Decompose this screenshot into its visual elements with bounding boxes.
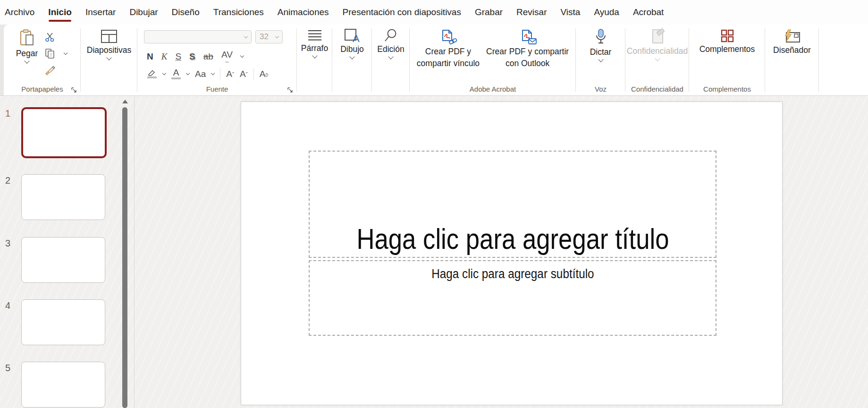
- menu-diseno[interactable]: Diseño: [172, 7, 200, 17]
- acrobat-buttons: Crear PDF y compartir vínculo Crear PDF: [410, 29, 576, 69]
- menu-revisar[interactable]: Revisar: [516, 7, 547, 17]
- italic-button[interactable]: K: [161, 52, 168, 61]
- workspace: 1 2 3 4 5: [0, 96, 868, 408]
- dictate-button[interactable]: Dictar: [576, 28, 625, 61]
- slide-number: 3: [5, 238, 10, 249]
- acrobat-group-label: Adobe Acrobat: [410, 85, 576, 93]
- change-case-button[interactable]: Aa: [195, 69, 206, 78]
- slide-thumbnail[interactable]: [21, 362, 105, 408]
- drawing-chevron-icon: [349, 54, 354, 59]
- group-dibujo: A Dibujo: [332, 25, 372, 95]
- menu-ayuda[interactable]: Ayuda: [594, 7, 619, 17]
- title-placeholder-text: Haga clic para agregar título: [356, 223, 669, 254]
- slide-number: 2: [5, 175, 10, 186]
- slide-thumbnail[interactable]: [21, 174, 105, 220]
- create-pdf-share-outlook-button[interactable]: Crear PDF y compartir con Outlook: [486, 29, 569, 69]
- slide-canvas[interactable]: Haga clic para agregar título Haga clic …: [241, 102, 783, 405]
- paragraph-lines-icon: [307, 29, 322, 42]
- new-slide-button[interactable]: Diapositivas: [81, 29, 137, 60]
- font-size-chevron-icon: [275, 34, 279, 38]
- grow-font-button[interactable]: Aˆ: [226, 69, 234, 78]
- font-size-combobox[interactable]: 32: [255, 30, 283, 43]
- menu-grabar[interactable]: Grabar: [475, 7, 503, 17]
- divider: [220, 68, 220, 79]
- slide-row-2: 2: [0, 174, 134, 221]
- ribbon: Pegar: [0, 25, 868, 96]
- slide-thumbnail-selected[interactable]: [21, 107, 107, 158]
- editing-button[interactable]: Edición: [372, 28, 410, 59]
- shrink-font-button[interactable]: Aˇ: [240, 69, 248, 78]
- slide-thumbnail[interactable]: [21, 299, 105, 345]
- dictate-label: Dictar: [590, 47, 612, 57]
- clipboard-group-label: Portapapeles: [4, 85, 81, 93]
- menu-dibujar[interactable]: Dibujar: [129, 7, 158, 17]
- clear-formatting-button[interactable]: A◊: [260, 69, 269, 78]
- paste-clipboard-icon: [20, 29, 34, 47]
- font-color-button[interactable]: A: [171, 68, 181, 79]
- paragraph-label: Párrafo: [301, 43, 328, 53]
- clipboard-dialog-launcher-icon[interactable]: [71, 87, 77, 93]
- font-name-chevron-icon: [244, 34, 248, 38]
- group-adobe-acrobat: Crear PDF y compartir vínculo Crear PDF: [410, 25, 576, 95]
- change-case-chevron-icon[interactable]: [211, 71, 215, 75]
- character-spacing-button[interactable]: AV ↔: [221, 50, 233, 63]
- subtitle-placeholder[interactable]: Haga clic para agregar subtítulo: [309, 260, 716, 336]
- font-color-glyph: A: [173, 68, 179, 77]
- new-slide-label: Diapositivas: [87, 45, 131, 55]
- copy-chevron-icon[interactable]: [64, 51, 67, 55]
- font-size-value: 32: [260, 32, 269, 42]
- new-slide-chevron-icon: [106, 55, 111, 60]
- menu-vista[interactable]: Vista: [560, 7, 580, 17]
- pdf-outlook-label-line1: Crear PDF y compartir: [486, 47, 569, 57]
- paragraph-chevron-icon: [312, 53, 317, 58]
- menu-presentacion-con-diapositivas[interactable]: Presentación con diapositivas: [343, 7, 461, 17]
- paste-button[interactable]: Pegar: [13, 29, 41, 63]
- menu-archivo[interactable]: Archivo: [5, 7, 34, 17]
- drawing-button[interactable]: A Dibujo: [332, 28, 372, 59]
- underline-button[interactable]: S: [175, 52, 181, 61]
- designer-button[interactable]: Diseñador: [765, 29, 819, 55]
- sensitivity-group-label: Confidencialidad: [625, 85, 689, 93]
- strikethrough-button[interactable]: ab: [203, 52, 213, 61]
- subtitle-placeholder-text: Haga clic para agregar subtítulo: [431, 267, 594, 281]
- paragraph-button[interactable]: Párrafo: [297, 29, 332, 58]
- designer-label: Diseñador: [773, 45, 811, 55]
- paste-label: Pegar: [16, 49, 38, 59]
- font-group-label: Fuente: [137, 85, 297, 93]
- menu-transiciones[interactable]: Transiciones: [213, 7, 264, 17]
- menu-acrobat[interactable]: Acrobat: [633, 7, 664, 17]
- menu-insertar[interactable]: Insertar: [85, 7, 116, 17]
- bold-button[interactable]: N: [147, 52, 153, 61]
- paste-chevron-icon: [24, 58, 29, 63]
- font-dialog-launcher-icon[interactable]: [287, 87, 293, 93]
- addins-button[interactable]: Complementos: [689, 29, 765, 54]
- highlight-pen-button[interactable]: [147, 69, 157, 78]
- thumbnail-scrollbar[interactable]: [122, 100, 128, 408]
- cut-icon[interactable]: [45, 32, 55, 42]
- create-pdf-share-link-button[interactable]: Crear PDF y compartir vínculo: [417, 29, 480, 69]
- copy-icon[interactable]: [45, 48, 55, 59]
- slide-row-3: 3: [0, 237, 134, 284]
- menu-bar: Archivo Inicio Insertar Dibujar Diseño T…: [0, 0, 868, 25]
- font-color-chevron-icon[interactable]: [186, 71, 190, 75]
- shrink-font-glyph: A: [240, 69, 246, 78]
- addins-label: Complementos: [699, 44, 755, 54]
- font-color-row: A Aa Aˆ Aˇ A◊: [147, 68, 268, 79]
- powerpoint-window: Archivo Inicio Insertar Dibujar Diseño T…: [0, 0, 868, 408]
- text-shadow-button[interactable]: S: [189, 52, 195, 61]
- format-painter-icon[interactable]: [44, 65, 55, 75]
- group-diapositivas: Diapositivas: [81, 25, 137, 95]
- slide-row-4: 4: [0, 299, 134, 346]
- character-spacing-chevron-icon[interactable]: [240, 54, 244, 58]
- font-name-combobox[interactable]: [144, 30, 252, 43]
- slide-thumbnail-panel: 1 2 3 4 5: [0, 96, 135, 408]
- slide-thumbnail[interactable]: [21, 237, 105, 283]
- scrollbar-thumb[interactable]: [122, 107, 127, 408]
- scrollbar-up-arrow-icon[interactable]: [122, 100, 128, 103]
- title-placeholder[interactable]: Haga clic para agregar título: [309, 151, 716, 258]
- menu-inicio[interactable]: Inicio: [48, 7, 72, 17]
- menu-animaciones[interactable]: Animaciones: [278, 7, 329, 17]
- drawing-label: Dibujo: [340, 44, 364, 54]
- slide-row-1: 1: [0, 107, 134, 159]
- highlight-chevron-icon[interactable]: [162, 71, 166, 75]
